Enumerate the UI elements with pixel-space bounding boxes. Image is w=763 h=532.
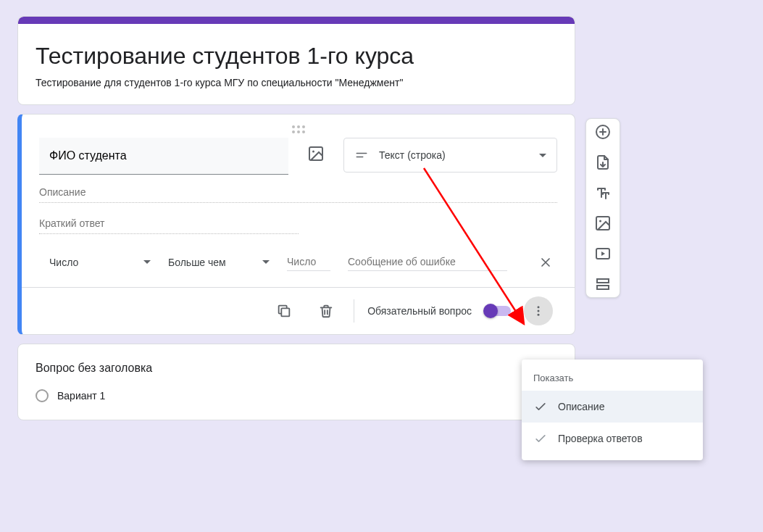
more-options-button[interactable] bbox=[524, 296, 553, 325]
question-card[interactable]: Вопрос без заголовка Вариант 1 bbox=[17, 344, 575, 420]
remove-validation-button[interactable] bbox=[538, 255, 553, 270]
video-icon bbox=[594, 245, 612, 262]
form-description[interactable]: Тестирование для студентов 1-го курса МГ… bbox=[36, 77, 557, 88]
question-type-select[interactable]: Текст (строка) bbox=[343, 138, 557, 173]
plus-circle-icon bbox=[594, 123, 612, 141]
toolbar-sidebar bbox=[585, 118, 620, 298]
validation-error-input[interactable] bbox=[348, 253, 507, 271]
add-section-button[interactable] bbox=[594, 275, 612, 293]
chevron-down-icon bbox=[143, 260, 151, 264]
menu-item-validation[interactable]: Проверка ответов bbox=[522, 423, 703, 454]
image-icon bbox=[307, 145, 325, 162]
drag-handle[interactable] bbox=[39, 120, 557, 138]
option-row: Вариант 1 bbox=[36, 389, 557, 402]
form-header-card: Тестирование студентов 1-го курса Тестир… bbox=[17, 16, 575, 105]
validation-value-input[interactable] bbox=[287, 253, 330, 271]
section-icon bbox=[594, 275, 612, 293]
add-image-button[interactable] bbox=[300, 138, 332, 170]
question-title-input[interactable] bbox=[39, 138, 288, 175]
description-input[interactable] bbox=[39, 182, 557, 203]
validation-operator-select[interactable]: Больше чем bbox=[168, 257, 270, 268]
add-image-button[interactable] bbox=[594, 215, 612, 232]
image-icon bbox=[594, 215, 612, 232]
menu-header: Показать bbox=[522, 370, 703, 391]
short-answer-placeholder bbox=[39, 213, 299, 234]
more-vert-icon bbox=[532, 304, 545, 317]
trash-icon bbox=[318, 303, 334, 319]
accent-bar bbox=[18, 17, 575, 24]
import-icon bbox=[594, 154, 612, 171]
short-text-icon bbox=[354, 148, 369, 162]
svg-point-4 bbox=[538, 310, 540, 312]
chevron-down-icon bbox=[539, 154, 546, 157]
svg-point-8 bbox=[599, 220, 601, 223]
delete-button[interactable] bbox=[312, 296, 341, 325]
option-label: Вариант 1 bbox=[57, 390, 105, 402]
svg-point-3 bbox=[538, 306, 540, 308]
add-title-button[interactable] bbox=[594, 184, 612, 201]
add-video-button[interactable] bbox=[594, 245, 612, 262]
svg-rect-11 bbox=[597, 286, 609, 289]
validation-type-select[interactable]: Число bbox=[49, 257, 151, 268]
toggle-knob bbox=[483, 304, 498, 318]
text-icon bbox=[594, 184, 612, 201]
vertical-divider bbox=[354, 299, 354, 323]
check-icon bbox=[533, 431, 548, 446]
svg-rect-10 bbox=[597, 279, 609, 283]
validation-row: Число Больше чем bbox=[39, 249, 557, 287]
add-question-button[interactable] bbox=[594, 123, 612, 141]
copy-icon bbox=[276, 303, 292, 319]
required-label: Обязательный вопрос bbox=[367, 305, 472, 317]
menu-item-description[interactable]: Описание bbox=[522, 391, 703, 423]
close-icon bbox=[538, 255, 553, 270]
options-menu: Показать Описание Проверка ответов bbox=[522, 359, 703, 460]
chevron-down-icon bbox=[262, 260, 270, 264]
svg-point-1 bbox=[312, 151, 314, 153]
question-card-active: Текст (строка) Число Больше чем bbox=[17, 114, 575, 335]
import-button[interactable] bbox=[594, 154, 612, 171]
duplicate-button[interactable] bbox=[270, 296, 299, 325]
svg-rect-2 bbox=[281, 308, 289, 316]
svg-point-5 bbox=[538, 314, 540, 316]
form-title[interactable]: Тестирование студентов 1-го курса bbox=[36, 34, 557, 77]
question-title: Вопрос без заголовка bbox=[36, 362, 557, 375]
required-toggle[interactable] bbox=[485, 306, 511, 316]
question-type-label: Текст (строка) bbox=[379, 149, 446, 161]
question-footer: Обязательный вопрос bbox=[39, 288, 557, 334]
check-icon bbox=[533, 399, 548, 414]
radio-icon bbox=[36, 389, 49, 402]
